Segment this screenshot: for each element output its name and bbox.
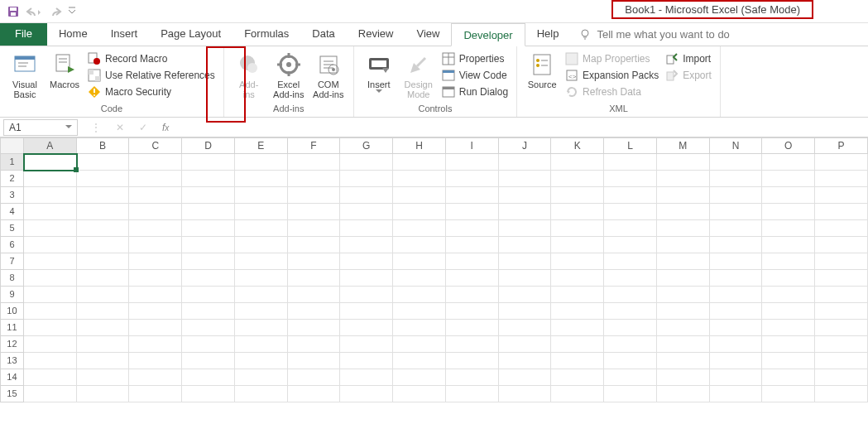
cell[interactable] [129,154,182,171]
col-header[interactable]: H [393,137,446,154]
xml-import-button[interactable]: Import [664,51,713,66]
cell[interactable] [762,204,815,220]
cell[interactable] [393,303,446,320]
cell[interactable] [24,386,77,402]
col-header[interactable]: I [446,137,499,154]
cell[interactable] [762,303,815,320]
cell[interactable] [499,303,552,320]
qat-customize-icon[interactable] [68,5,76,18]
cell[interactable] [815,336,868,353]
cell[interactable] [340,270,393,287]
cell[interactable] [551,369,604,386]
cell[interactable] [24,237,77,253]
cell[interactable] [551,171,604,187]
col-header[interactable]: L [604,137,657,154]
cell[interactable] [604,237,657,253]
cell[interactable] [129,386,182,402]
cell[interactable] [710,369,763,386]
row-header[interactable]: 11 [0,320,24,336]
use-relative-references-button[interactable]: Use Relative References [86,68,217,83]
cell[interactable] [657,204,710,220]
cell[interactable] [762,353,815,369]
cell[interactable] [24,171,77,187]
cell[interactable] [657,369,710,386]
cell[interactable] [499,353,552,369]
cell[interactable] [182,353,235,369]
refresh-data-button[interactable]: Refresh Data [563,84,660,99]
spreadsheet-grid[interactable]: A B C D E F G H I J K L M N O P 12345678… [0,137,868,402]
cell[interactable] [551,336,604,353]
col-header[interactable]: F [288,137,341,154]
cell[interactable] [446,204,499,220]
cell[interactable] [499,220,552,237]
cell[interactable] [393,320,446,336]
row-header[interactable]: 8 [0,270,24,287]
cell[interactable] [182,270,235,287]
cell[interactable] [815,220,868,237]
cell[interactable] [762,253,815,270]
cell[interactable] [657,187,710,204]
cell[interactable] [340,386,393,402]
cell[interactable] [551,187,604,204]
cell[interactable] [182,287,235,303]
cell[interactable] [288,204,341,220]
cell[interactable] [710,187,763,204]
cell[interactable] [393,220,446,237]
row-header[interactable]: 7 [0,253,24,270]
cell[interactable] [499,171,552,187]
cell[interactable] [499,320,552,336]
cell[interactable] [446,287,499,303]
excel-addins-button[interactable]: Excel Add-ins [269,50,309,101]
cell[interactable] [604,253,657,270]
cell[interactable] [393,171,446,187]
row-header[interactable]: 9 [0,287,24,303]
cell[interactable] [235,204,288,220]
cell[interactable] [551,320,604,336]
cell[interactable] [393,270,446,287]
design-mode-button[interactable]: Design Mode [399,50,439,101]
cell[interactable] [762,369,815,386]
cell[interactable] [551,353,604,369]
cell[interactable] [24,204,77,220]
cell[interactable] [288,353,341,369]
cell[interactable] [77,253,130,270]
cell[interactable] [288,171,341,187]
cell[interactable] [604,187,657,204]
cell[interactable] [657,386,710,402]
cell[interactable] [499,336,552,353]
cell[interactable] [499,270,552,287]
cell[interactable] [235,353,288,369]
cell[interactable] [24,353,77,369]
cell[interactable] [710,171,763,187]
cell[interactable] [657,220,710,237]
cell[interactable] [235,303,288,320]
col-header[interactable]: C [129,137,182,154]
cell[interactable] [446,171,499,187]
cell[interactable] [129,270,182,287]
cell[interactable] [446,320,499,336]
col-header[interactable]: N [710,137,763,154]
col-header[interactable]: M [657,137,710,154]
cell[interactable] [657,353,710,369]
properties-button[interactable]: Properties [440,51,510,66]
cell[interactable] [288,369,341,386]
cell[interactable] [446,220,499,237]
cell[interactable] [551,220,604,237]
cell[interactable] [815,253,868,270]
cell[interactable] [551,270,604,287]
cell[interactable] [446,353,499,369]
cell[interactable] [499,386,552,402]
cell[interactable] [710,270,763,287]
cell[interactable] [815,386,868,402]
cell[interactable] [24,287,77,303]
cell[interactable] [551,204,604,220]
cell[interactable] [288,220,341,237]
cell[interactable] [129,353,182,369]
cell[interactable] [499,204,552,220]
cell[interactable] [129,369,182,386]
cell[interactable] [604,270,657,287]
cell[interactable] [551,303,604,320]
macro-security-button[interactable]: Macro Security [86,84,217,99]
cell[interactable] [499,237,552,253]
cell[interactable] [762,270,815,287]
